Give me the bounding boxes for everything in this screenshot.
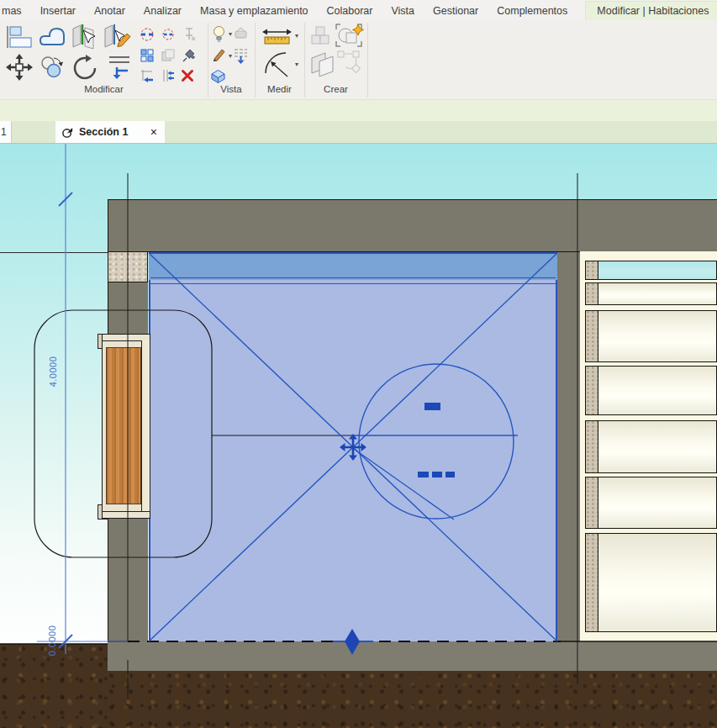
room-tag-leader — [354, 449, 454, 520]
ribbon-tab-analizar[interactable]: Analizar — [134, 2, 191, 20]
measure-angle-icon[interactable] — [264, 51, 292, 78]
ribbon-tab-insertar[interactable]: Insertar — [31, 2, 85, 20]
move-icon[interactable] — [5, 53, 34, 82]
panel-label-modificar[interactable]: Modificar — [0, 84, 208, 98]
annotation-overlay — [0, 144, 717, 728]
dimension-value-lower[interactable]: 0.0000 — [47, 615, 59, 666]
create-assembly-disabled-icon — [336, 50, 361, 73]
door-swing-region[interactable] — [34, 310, 212, 557]
array-icon[interactable] — [140, 48, 155, 63]
view-tab-seccion-1[interactable]: Sección 1 × — [55, 121, 165, 143]
selection-box-icon[interactable] — [210, 68, 226, 84]
split-with-gap-icon[interactable] — [161, 27, 176, 42]
panel-label-vista[interactable]: Vista — [208, 84, 255, 98]
chevron-down-icon[interactable]: ▾ — [229, 53, 232, 60]
trim-extend-multiple-icon[interactable] — [161, 68, 176, 83]
view-tab-partial[interactable]: 1 — [0, 121, 12, 143]
room-tag-text-greeked[interactable] — [424, 403, 440, 410]
panel-label-medir[interactable]: Medir — [255, 84, 304, 98]
unpin-icon[interactable] — [182, 27, 197, 42]
revit-window: mas Insertar Anotar Analizar Masa y empl… — [0, 0, 717, 728]
ribbon-tab-bar: mas Insertar Anotar Analizar Masa y empl… — [0, 0, 717, 21]
dimension-graphics[interactable] — [37, 144, 128, 654]
modify-select-icon[interactable] — [71, 23, 99, 50]
trim-extend-corner-icon[interactable] — [140, 68, 155, 83]
split-element-icon[interactable] — [140, 27, 155, 42]
ribbon-tab-vista[interactable]: Vista — [382, 2, 424, 20]
create-group-icon[interactable] — [335, 23, 365, 48]
dimension-value-upper[interactable]: 4.0000 — [48, 346, 60, 397]
options-bar — [0, 99, 717, 122]
room-number-greeked[interactable] — [418, 472, 455, 477]
align-icon[interactable] — [103, 53, 131, 80]
render-disabled-icon — [234, 26, 248, 40]
underlay-icon[interactable] — [233, 47, 249, 65]
section-view-icon — [61, 126, 74, 139]
edit-selection-icon[interactable] — [103, 23, 131, 50]
view-tab-label: Sección 1 — [79, 126, 128, 138]
room-location-circle — [359, 364, 514, 519]
ribbon-tab-sistemas-partial[interactable]: mas — [0, 2, 31, 20]
thin-lines-icon[interactable] — [212, 25, 226, 43]
chevron-down-icon[interactable]: ▾ — [295, 33, 298, 40]
paint-icon[interactable] — [212, 47, 226, 61]
join-geometry-icon[interactable] — [39, 24, 67, 50]
create-similar-icon[interactable] — [309, 50, 338, 76]
paste-icon[interactable] — [5, 24, 34, 50]
ribbon: ▾ ▾ ▾ ▾ Modificar Vista — [0, 21, 717, 99]
ribbon-tab-gestionar[interactable]: Gestionar — [424, 2, 488, 20]
ribbon-tab-anotar[interactable]: Anotar — [85, 2, 134, 20]
delete-icon[interactable] — [180, 68, 195, 83]
pin-icon[interactable] — [182, 48, 197, 63]
panel-divider — [367, 23, 368, 98]
ribbon-tab-masa[interactable]: Masa y emplazamiento — [191, 2, 318, 20]
drawing-canvas[interactable]: 4.0000 0.0000 — [0, 143, 717, 728]
ribbon-tab-complementos[interactable]: Complementos — [488, 2, 577, 20]
close-tab-icon[interactable]: × — [150, 125, 157, 139]
ribbon-tab-colaborar[interactable]: Colaborar — [318, 2, 382, 20]
view-tab-bar: 1 Sección 1 × — [0, 121, 717, 143]
room-height-grip[interactable] — [345, 629, 360, 655]
chevron-down-icon[interactable]: ▾ — [295, 61, 298, 68]
create-parts-disabled-icon — [309, 25, 333, 47]
rotate-icon[interactable] — [71, 55, 98, 80]
panel-label-crear[interactable]: Crear — [304, 84, 367, 98]
measure-length-icon[interactable] — [261, 28, 293, 45]
chevron-down-icon[interactable]: ▾ — [229, 31, 232, 38]
copy-icon[interactable] — [40, 55, 65, 79]
ribbon-tab-modificar-habitaciones[interactable]: Modificar | Habitaciones — [585, 1, 717, 20]
group-disabled-icon — [161, 48, 176, 63]
